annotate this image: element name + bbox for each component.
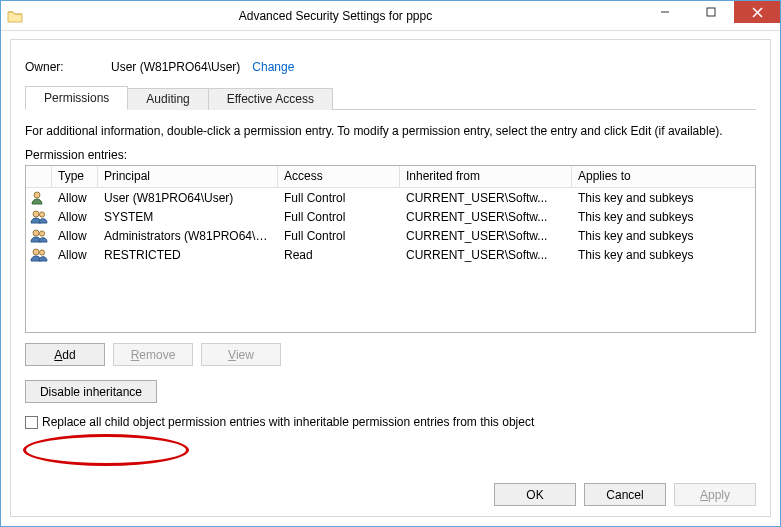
maximize-button[interactable] [688, 1, 734, 23]
close-button[interactable] [734, 1, 780, 23]
window-frame: Advanced Security Settings for pppc Owne… [0, 0, 781, 527]
window-title: Advanced Security Settings for pppc [29, 9, 642, 23]
tab-permissions[interactable]: Permissions [25, 86, 128, 110]
window-buttons [642, 1, 780, 30]
cell-inherited: CURRENT_USER\Softw... [400, 210, 572, 224]
entry-buttons: Add Remove View [25, 343, 756, 366]
cell-access: Read [278, 248, 400, 262]
cell-principal: SYSTEM [98, 210, 278, 224]
replace-checkbox-row: Replace all child object permission entr… [25, 415, 756, 429]
cell-applies: This key and subkeys [572, 229, 755, 243]
col-inherited[interactable]: Inherited from [400, 166, 572, 188]
window-folder-icon [1, 9, 29, 23]
table-row[interactable]: AllowSYSTEMFull ControlCURRENT_USER\Soft… [26, 207, 755, 226]
remove-button: Remove [113, 343, 193, 366]
svg-point-5 [33, 211, 39, 217]
svg-point-9 [33, 249, 39, 255]
change-owner-link[interactable]: Change [252, 60, 294, 74]
titlebar: Advanced Security Settings for pppc [1, 1, 780, 31]
tab-auditing[interactable]: Auditing [127, 88, 208, 110]
permission-entries-table[interactable]: Type Principal Access Inherited from App… [25, 165, 756, 333]
main-panel: Owner: User (W81PRO64\User) Change Permi… [10, 39, 771, 517]
ok-button[interactable]: OK [494, 483, 576, 506]
tab-strip: Permissions Auditing Effective Access [25, 86, 756, 110]
principal-icon [26, 191, 52, 205]
col-type[interactable]: Type [52, 166, 98, 188]
cell-applies: This key and subkeys [572, 248, 755, 262]
cell-type: Allow [52, 191, 98, 205]
col-access[interactable]: Access [278, 166, 400, 188]
cell-inherited: CURRENT_USER\Softw... [400, 229, 572, 243]
cell-type: Allow [52, 229, 98, 243]
cell-principal: User (W81PRO64\User) [98, 191, 278, 205]
table-row[interactable]: AllowAdministrators (W81PRO64\A...Full C… [26, 226, 755, 245]
cell-inherited: CURRENT_USER\Softw... [400, 191, 572, 205]
cell-type: Allow [52, 248, 98, 262]
principal-icon [26, 248, 52, 262]
cell-access: Full Control [278, 191, 400, 205]
col-applies[interactable]: Applies to [572, 166, 755, 188]
svg-point-10 [39, 249, 44, 254]
replace-checkbox-label[interactable]: Replace all child object permission entr… [42, 415, 534, 429]
table-row[interactable]: AllowUser (W81PRO64\User)Full ControlCUR… [26, 188, 755, 207]
owner-label: Owner: [25, 60, 111, 74]
view-button: View [201, 343, 281, 366]
cancel-button[interactable]: Cancel [584, 483, 666, 506]
owner-value: User (W81PRO64\User) [111, 60, 240, 74]
replace-checkbox[interactable] [25, 416, 38, 429]
apply-button: Apply [674, 483, 756, 506]
principal-icon [26, 210, 52, 224]
svg-point-7 [33, 230, 39, 236]
svg-point-4 [34, 192, 40, 198]
info-text: For additional information, double-click… [25, 124, 756, 138]
table-row[interactable]: AllowRESTRICTEDReadCURRENT_USER\Softw...… [26, 245, 755, 264]
cell-type: Allow [52, 210, 98, 224]
add-button[interactable]: Add [25, 343, 105, 366]
cell-applies: This key and subkeys [572, 191, 755, 205]
cell-applies: This key and subkeys [572, 210, 755, 224]
col-principal[interactable]: Principal [98, 166, 278, 188]
highlight-ellipse [23, 434, 189, 466]
cell-access: Full Control [278, 229, 400, 243]
cell-access: Full Control [278, 210, 400, 224]
principal-icon [26, 229, 52, 243]
entries-label: Permission entries: [25, 148, 756, 162]
minimize-button[interactable] [642, 1, 688, 23]
table-header: Type Principal Access Inherited from App… [26, 166, 755, 188]
svg-rect-1 [707, 8, 715, 16]
disable-inheritance-button[interactable]: Disable inheritance [25, 380, 157, 403]
cell-principal: RESTRICTED [98, 248, 278, 262]
svg-point-8 [39, 230, 44, 235]
tab-effective-access[interactable]: Effective Access [208, 88, 333, 110]
cell-principal: Administrators (W81PRO64\A... [98, 229, 278, 243]
col-icon[interactable] [26, 166, 52, 188]
dialog-buttons: OK Cancel Apply [25, 469, 756, 506]
cell-inherited: CURRENT_USER\Softw... [400, 248, 572, 262]
svg-point-6 [39, 211, 44, 216]
owner-row: Owner: User (W81PRO64\User) Change [25, 60, 756, 74]
